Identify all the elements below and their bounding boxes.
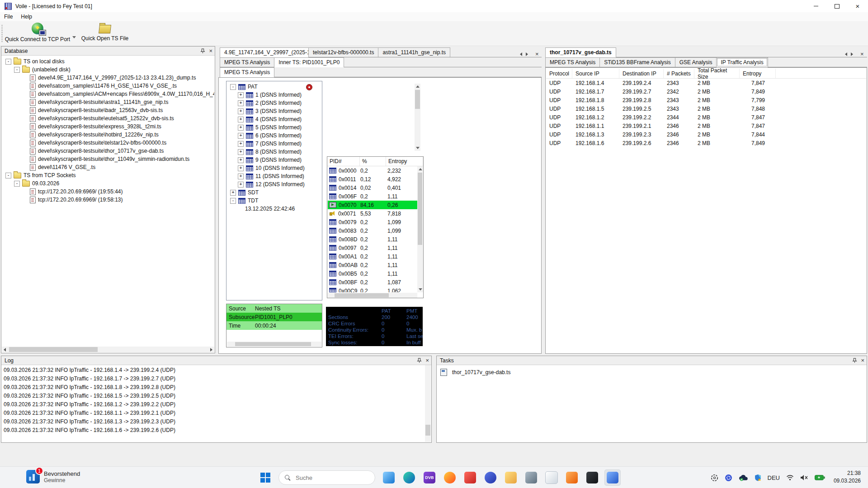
taskbar-app-remote-desktop[interactable] <box>523 469 539 486</box>
shield-warning-icon[interactable] <box>755 474 761 481</box>
tab-right-analysis-0[interactable]: MPEG TS Analysis <box>545 57 600 67</box>
ip-table-row[interactable]: UDP192.168.1.3239.199.2.323462 MB7,844 <box>546 130 866 139</box>
tree-item[interactable]: devel\4.9E_11747,164_V_29997_(2025-12-13… <box>2 74 214 82</box>
taskbar-app-firefox-browser[interactable] <box>442 469 458 486</box>
pid-row[interactable]: 0x00110,124,922 <box>328 175 417 183</box>
tree-item[interactable]: -TDT <box>226 197 322 205</box>
expander-icon[interactable]: - <box>14 67 20 73</box>
tab-file-1[interactable]: telstar12v-bfbs-000000.ts <box>308 47 378 57</box>
scroll-right-button[interactable] <box>208 347 214 352</box>
expander-icon[interactable]: - <box>5 59 11 65</box>
pid-row[interactable]: 0x006F0,21,11 <box>328 192 417 201</box>
expander-icon[interactable]: + <box>238 125 244 131</box>
source-info-row[interactable]: SourceNested TS <box>226 304 322 313</box>
tree-item[interactable]: devel\skyscraper8-testsuite\express_3928… <box>2 122 214 131</box>
menu-item-help[interactable]: Help <box>17 12 36 21</box>
pin-icon[interactable] <box>417 358 422 363</box>
pid-row[interactable]: 0x00970,21,11 <box>328 244 417 252</box>
taskbar-app-dvb-viewer[interactable]: DVB <box>421 469 438 486</box>
taskbar-clock[interactable]: 21:38 09.03.2026 <box>834 469 861 485</box>
taskbar-app-edge-browser[interactable] <box>401 469 417 486</box>
widgets-button[interactable]: 1 Bevorstehend Gewinne <box>26 470 80 483</box>
scroll-left-button[interactable] <box>2 347 8 352</box>
tree-item[interactable]: 13.12.2025 22:42:46 <box>226 205 322 213</box>
task-item[interactable]: thor_10717v_gse-dab.ts <box>440 369 510 376</box>
ip-table-row[interactable]: UDP192.168.1.1239.199.2.123462 MB7,847 <box>546 122 866 130</box>
pid-row[interactable]: 0x00790,21,099 <box>328 218 417 226</box>
panel-close-icon[interactable]: × <box>425 357 429 363</box>
pid-row[interactable]: 0x00C90,21,062 <box>328 286 417 292</box>
tree-item[interactable]: +8 (DSNS Informed) <box>226 148 322 156</box>
taskbar-search[interactable] <box>278 470 375 485</box>
pid-row[interactable]: 0x007084,160,26 <box>328 201 417 209</box>
expander-icon[interactable]: + <box>238 182 244 188</box>
tree-item[interactable]: -TS on local disks <box>2 57 214 66</box>
tree-item[interactable]: tcp://172.20.20.69:6969/ (19:58:13) <box>2 196 214 204</box>
ip-col-header-3[interactable]: # Packets <box>664 69 694 78</box>
pid-row[interactable]: 0x00140,020,401 <box>328 183 417 192</box>
expander-icon[interactable]: - <box>230 84 236 90</box>
toolbar-grip[interactable] <box>1 25 3 42</box>
tab-file-0[interactable]: 4.9E_11747,164_V_29997_(2025-12-13 2 <box>220 47 309 57</box>
ip-col-header-0[interactable]: Protocol <box>546 69 572 78</box>
panel-close-icon[interactable]: × <box>209 48 212 54</box>
expander-icon[interactable]: + <box>238 92 244 98</box>
pin-icon[interactable] <box>200 48 205 54</box>
scroll-thumb[interactable] <box>418 173 422 245</box>
taskbar-app-file-explorer[interactable] <box>381 469 397 486</box>
tree-item[interactable]: tcp://172.20.20.69:6969/ (19:55:44) <box>2 188 214 196</box>
expander-icon[interactable]: - <box>230 198 236 204</box>
expander-icon[interactable]: - <box>5 173 11 178</box>
tree-item[interactable]: +9 (DSNS Informed) <box>226 156 322 164</box>
tree-item[interactable]: +2 (DSNS Informed) <box>226 99 322 107</box>
tree-item[interactable]: -TS from TCP Sockets <box>2 171 214 179</box>
tree-item[interactable]: devel\11476 V_GSE_.ts <box>2 163 214 171</box>
scroll-thumb[interactable] <box>235 342 311 346</box>
expander-icon[interactable]: + <box>238 108 244 114</box>
tab-right-analysis-3[interactable]: IP Traffic Analysis <box>716 57 768 67</box>
ip-col-header-2[interactable]: Destination IP <box>619 69 664 78</box>
scroll-thumb[interactable] <box>415 90 420 109</box>
battery-icon[interactable] <box>815 475 825 480</box>
tab-analysis-1[interactable]: Inner TS: PID1001_PLP0 <box>274 57 344 67</box>
pid-row[interactable]: 0x00000,22,232 <box>328 166 417 175</box>
tab-scroll-left-icon[interactable] <box>845 50 847 58</box>
tab-file-2[interactable]: astra1_11141h_gse_nip.ts <box>378 47 450 57</box>
pin-icon[interactable] <box>852 358 857 363</box>
tree-item[interactable]: +11 (DSNS Informed) <box>226 172 322 180</box>
expander-icon[interactable]: + <box>238 141 244 147</box>
tree-item[interactable]: devel\skyscraper8-testsuite\badr_12563v_… <box>2 106 214 114</box>
scroll-thumb[interactable] <box>425 425 430 436</box>
tree-item[interactable]: +4 (DSNS Informed) <box>226 115 322 123</box>
tab-right-analysis-2[interactable]: GSE Analysis <box>675 57 717 67</box>
quick-open-ts-button[interactable]: Quick Open TS File <box>80 23 130 42</box>
ip-table-row[interactable]: UDP192.168.1.2239.199.2.223442 MB7,847 <box>546 113 866 122</box>
ip-table-row[interactable]: UDP192.168.1.5239.199.2.523432 MB7,848 <box>546 104 866 113</box>
scroll-up-button[interactable] <box>417 166 423 172</box>
scroll-down-button[interactable] <box>415 145 420 151</box>
expander-icon[interactable]: + <box>238 117 244 122</box>
tab-close-icon[interactable]: × <box>860 51 864 57</box>
scroll-thumb[interactable] <box>9 347 98 352</box>
pid-row[interactable]: 0x00830,21,099 <box>328 226 417 235</box>
chevron-down-icon[interactable] <box>72 32 76 40</box>
pid-row[interactable]: 0x008D0,21,11 <box>328 235 417 244</box>
wifi-icon[interactable] <box>786 474 794 481</box>
expander-icon[interactable]: - <box>14 181 20 187</box>
tab-analysis-0[interactable]: MPEG TS Analysis <box>220 57 274 67</box>
tree-item[interactable]: -09.03.2026 <box>2 179 214 188</box>
tree-item[interactable]: +SDT <box>226 188 322 197</box>
minimize-button[interactable] <box>806 0 826 12</box>
tab-close-icon[interactable]: × <box>535 51 539 57</box>
ip-table-row[interactable]: UDP192.168.1.4239.199.2.423432 MB7,847 <box>546 79 866 87</box>
start-button[interactable] <box>260 473 270 483</box>
tab-mpeg-ts-analysis-inner[interactable]: MPEG TS Analysis <box>220 67 274 77</box>
volume-muted-icon[interactable] <box>800 474 808 481</box>
expander-icon[interactable]: + <box>238 165 244 171</box>
taskbar-app-notepad[interactable] <box>543 469 560 486</box>
taskbar-app-folder-documents[interactable] <box>503 469 519 486</box>
pid-row[interactable]: 0x00A10,21,11 <box>328 252 417 261</box>
maximize-button[interactable] <box>826 0 847 12</box>
expander-icon[interactable]: + <box>238 174 244 179</box>
close-button[interactable]: × <box>847 0 868 12</box>
